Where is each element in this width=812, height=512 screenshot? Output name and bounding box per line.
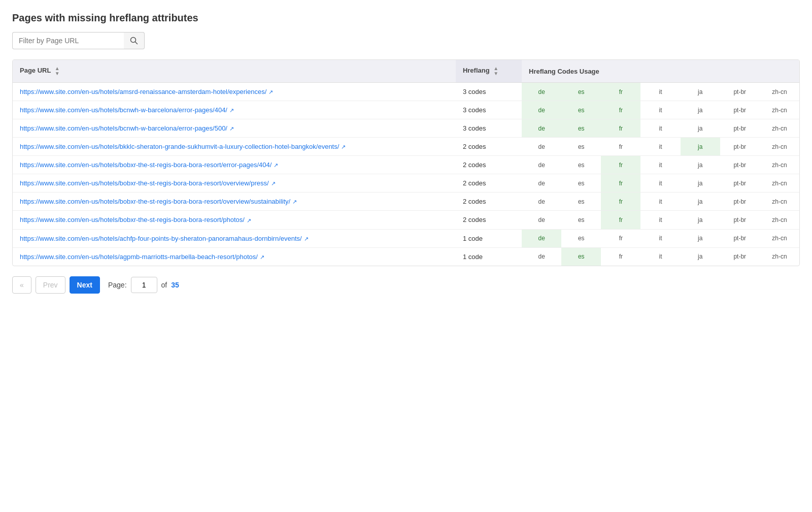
- search-bar: [12, 32, 800, 49]
- codes-cell: 1 code: [456, 229, 522, 247]
- url-cell: https://www.site.com/en-us/hotels/bcnwh-…: [13, 101, 456, 119]
- url-link[interactable]: https://www.site.com/en-us/hotels/bobxr-…: [20, 198, 290, 205]
- lang-cell-it: it: [640, 229, 680, 247]
- url-link[interactable]: https://www.site.com/en-us/hotels/agpmb-…: [20, 253, 258, 261]
- lang-cell-de: de: [522, 101, 561, 119]
- col-hreflang[interactable]: Hreflang ▲▼: [456, 60, 522, 83]
- lang-cell-zh-cn: zh-cn: [760, 247, 799, 266]
- lang-cell-zh-cn: zh-cn: [760, 138, 799, 156]
- lang-cell-ja: ja: [681, 138, 720, 156]
- col-url[interactable]: Page URL ▲▼: [13, 60, 456, 83]
- url-link[interactable]: https://www.site.com/en-us/hotels/amsrd-…: [20, 88, 266, 95]
- search-button[interactable]: [124, 32, 145, 49]
- url-link[interactable]: https://www.site.com/en-us/hotels/bkklc-…: [20, 143, 339, 150]
- lang-cell-it: it: [640, 119, 680, 138]
- external-link-icon: ↗: [229, 107, 234, 114]
- codes-cell: 2 codes: [456, 211, 522, 229]
- lang-cell-es: es: [561, 193, 601, 211]
- external-link-icon: ↗: [260, 254, 264, 261]
- lang-cell-es: es: [561, 247, 601, 266]
- col-usage: Hreflang Codes Usage: [522, 60, 799, 83]
- lang-cell-zh-cn: zh-cn: [760, 193, 799, 211]
- lang-cell-it: it: [640, 101, 680, 119]
- url-cell: https://www.site.com/en-us/hotels/achfp-…: [13, 229, 456, 247]
- lang-cell-es: es: [561, 174, 601, 193]
- lang-cell-fr: fr: [601, 119, 640, 138]
- prev-page-button[interactable]: Prev: [36, 276, 65, 294]
- table-row: https://www.site.com/en-us/hotels/bobxr-…: [13, 193, 799, 211]
- codes-cell: 3 codes: [456, 83, 522, 101]
- table-wrapper: Page URL ▲▼ Hreflang ▲▼ Hreflang Codes U…: [12, 59, 800, 266]
- lang-cell-it: it: [640, 156, 680, 174]
- page-label: Page:: [108, 281, 127, 289]
- lang-cell-zh-cn: zh-cn: [760, 156, 799, 174]
- lang-cell-zh-cn: zh-cn: [760, 174, 799, 193]
- url-link[interactable]: https://www.site.com/en-us/hotels/bcnwh-…: [20, 106, 227, 114]
- url-cell: https://www.site.com/en-us/hotels/bobxr-…: [13, 156, 456, 174]
- external-link-icon: ↗: [341, 144, 346, 150]
- lang-cell-pt-br: pt-br: [720, 229, 760, 247]
- url-link[interactable]: https://www.site.com/en-us/hotels/bcnwh-…: [20, 124, 227, 132]
- url-cell: https://www.site.com/en-us/hotels/bobxr-…: [13, 193, 456, 211]
- lang-cell-ja: ja: [681, 101, 720, 119]
- table-row: https://www.site.com/en-us/hotels/agpmb-…: [13, 247, 799, 266]
- url-link[interactable]: https://www.site.com/en-us/hotels/achfp-…: [20, 235, 302, 242]
- lang-cell-de: de: [522, 119, 561, 138]
- lang-cell-it: it: [640, 174, 680, 193]
- url-link[interactable]: https://www.site.com/en-us/hotels/bobxr-…: [20, 216, 245, 223]
- lang-cell-es: es: [561, 211, 601, 229]
- url-link[interactable]: https://www.site.com/en-us/hotels/bobxr-…: [20, 161, 272, 169]
- lang-cell-es: es: [561, 138, 601, 156]
- sort-icon-url: ▲▼: [55, 66, 60, 76]
- lang-cell-it: it: [640, 83, 680, 101]
- table-row: https://www.site.com/en-us/hotels/bobxr-…: [13, 156, 799, 174]
- lang-cell-ja: ja: [681, 211, 720, 229]
- table-row: https://www.site.com/en-us/hotels/bobxr-…: [13, 174, 799, 193]
- lang-cell-zh-cn: zh-cn: [760, 229, 799, 247]
- table-row: https://www.site.com/en-us/hotels/bcnwh-…: [13, 119, 799, 138]
- external-link-icon: ↗: [268, 89, 273, 95]
- url-link[interactable]: https://www.site.com/en-us/hotels/bobxr-…: [20, 179, 269, 187]
- lang-cell-it: it: [640, 247, 680, 266]
- lang-cell-fr: fr: [601, 174, 640, 193]
- lang-cell-ja: ja: [681, 83, 720, 101]
- table-row: https://www.site.com/en-us/hotels/amsrd-…: [13, 83, 799, 101]
- lang-cell-es: es: [561, 119, 601, 138]
- lang-cell-es: es: [561, 229, 601, 247]
- url-cell: https://www.site.com/en-us/hotels/agpmb-…: [13, 247, 456, 266]
- codes-cell: 2 codes: [456, 156, 522, 174]
- search-icon: [130, 37, 138, 45]
- lang-cell-fr: fr: [601, 156, 640, 174]
- url-cell: https://www.site.com/en-us/hotels/amsrd-…: [13, 83, 456, 101]
- first-page-button[interactable]: «: [12, 276, 31, 294]
- lang-cell-ja: ja: [681, 156, 720, 174]
- svg-line-1: [136, 42, 138, 44]
- data-table: Page URL ▲▼ Hreflang ▲▼ Hreflang Codes U…: [13, 60, 799, 266]
- lang-cell-de: de: [522, 156, 561, 174]
- external-link-icon: ↗: [271, 180, 276, 187]
- external-link-icon: ↗: [304, 236, 309, 242]
- lang-cell-es: es: [561, 83, 601, 101]
- search-input[interactable]: [12, 32, 124, 49]
- lang-cell-it: it: [640, 211, 680, 229]
- lang-cell-pt-br: pt-br: [720, 119, 760, 138]
- lang-cell-pt-br: pt-br: [720, 83, 760, 101]
- lang-cell-pt-br: pt-br: [720, 211, 760, 229]
- next-page-button[interactable]: Next: [70, 276, 100, 294]
- lang-cell-pt-br: pt-br: [720, 101, 760, 119]
- url-cell: https://www.site.com/en-us/hotels/bcnwh-…: [13, 119, 456, 138]
- lang-cell-fr: fr: [601, 101, 640, 119]
- lang-cell-fr: fr: [601, 138, 640, 156]
- lang-cell-de: de: [522, 174, 561, 193]
- lang-cell-pt-br: pt-br: [720, 247, 760, 266]
- lang-cell-es: es: [561, 156, 601, 174]
- lang-cell-pt-br: pt-br: [720, 193, 760, 211]
- url-cell: https://www.site.com/en-us/hotels/bobxr-…: [13, 174, 456, 193]
- lang-cell-ja: ja: [681, 193, 720, 211]
- external-link-icon: ↗: [229, 125, 234, 132]
- lang-cell-ja: ja: [681, 174, 720, 193]
- external-link-icon: ↗: [247, 217, 251, 224]
- page-input[interactable]: [131, 277, 157, 293]
- lang-cell-pt-br: pt-br: [720, 156, 760, 174]
- page-title: Pages with missing hreflang attributes: [12, 12, 800, 24]
